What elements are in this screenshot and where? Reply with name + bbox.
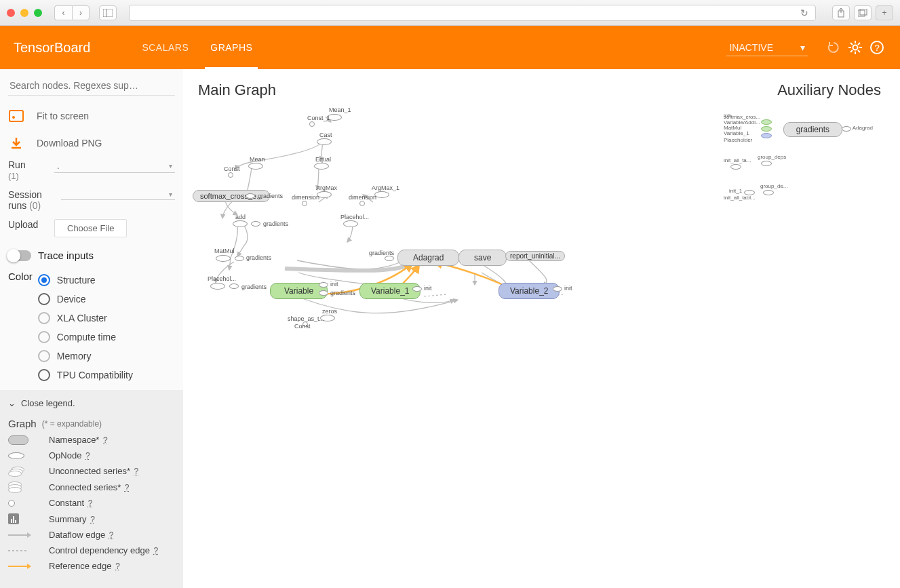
radio-memory[interactable]	[38, 350, 50, 362]
radio-tpu[interactable]	[38, 369, 50, 381]
node-link[interactable]	[235, 256, 244, 261]
node-op[interactable]	[761, 133, 772, 138]
trace-toggle[interactable]	[8, 250, 31, 261]
node-const[interactable]	[302, 201, 307, 206]
close-window-icon[interactable]	[7, 9, 15, 17]
node-link[interactable]	[842, 126, 851, 132]
legend-hint: (* = expandable)	[42, 419, 102, 429]
node-op[interactable]	[761, 119, 772, 125]
session-select[interactable]: ▾	[61, 189, 175, 200]
back-button[interactable]: ‹	[54, 5, 72, 20]
graph-canvas[interactable]: Main Graph Auxiliary Nodes	[183, 69, 900, 588]
node-link[interactable]	[319, 282, 328, 288]
help-link[interactable]: ?	[88, 498, 93, 508]
session-selector: Session runs (0) ▾	[0, 187, 183, 216]
help-link[interactable]: ?	[134, 467, 139, 476]
share-button[interactable]	[832, 5, 850, 20]
aux-gradients[interactable]: gradients	[783, 122, 842, 137]
search-input[interactable]	[8, 76, 175, 96]
help-link[interactable]: ?	[109, 530, 114, 540]
radio-xla[interactable]	[38, 312, 50, 324]
download-png[interactable]: Download PNG	[0, 130, 183, 157]
node-op[interactable]	[343, 220, 358, 227]
svg-rect-4	[860, 9, 867, 15]
node-label: gradients	[258, 193, 283, 199]
fit-to-screen[interactable]: Fit to screen	[0, 102, 183, 130]
connected-icon	[8, 482, 35, 492]
node-op[interactable]	[233, 220, 248, 227]
node-op[interactable]	[314, 163, 329, 170]
node-link[interactable]	[251, 221, 260, 227]
legend-item-label: Connected series*	[49, 482, 121, 492]
help-button[interactable]: ?	[867, 38, 886, 57]
plugin-dropdown[interactable]: INACTIVE ▾	[726, 39, 808, 56]
node-op[interactable]	[763, 190, 774, 195]
node-link[interactable]	[229, 283, 239, 289]
dropdown-label: INACTIVE	[729, 42, 773, 53]
help-link[interactable]: ?	[90, 515, 95, 524]
node-save[interactable]: save	[458, 250, 507, 266]
reload-icon[interactable]: ↻	[800, 7, 808, 18]
node-link[interactable]	[385, 256, 394, 261]
node-op[interactable]	[317, 138, 332, 145]
node-op[interactable]	[730, 164, 741, 170]
radio-compute[interactable]	[38, 331, 50, 343]
legend-item-label: Unconnected series*	[49, 466, 130, 476]
new-tab-button[interactable]: +	[876, 5, 893, 20]
radio-structure[interactable]	[38, 274, 50, 286]
run-select[interactable]: . ▾	[54, 159, 175, 173]
tab-graphs[interactable]: GRAPHS	[199, 26, 263, 69]
sidebar-toggle-button[interactable]	[99, 5, 117, 20]
node-op[interactable]	[210, 283, 225, 290]
session-count: (0)	[29, 200, 41, 211]
main-area: Fit to screen Download PNG Run (1) . ▾ S…	[0, 69, 900, 588]
node-link[interactable]	[319, 290, 328, 296]
node-variable1[interactable]: Variable_1	[359, 283, 420, 299]
node-report[interactable]: report_uninitial...	[505, 251, 565, 261]
settings-button[interactable]	[846, 38, 865, 57]
node-const[interactable]	[309, 121, 315, 127]
refresh-button[interactable]	[824, 38, 843, 57]
node-op[interactable]	[761, 126, 772, 132]
tabs-button[interactable]	[854, 5, 872, 20]
close-legend[interactable]: ⌄ Close legend.	[8, 394, 175, 412]
node-label: gradients	[263, 220, 288, 227]
forward-button[interactable]: ›	[72, 5, 90, 20]
node-const[interactable]	[228, 172, 233, 178]
help-link[interactable]: ?	[125, 483, 130, 492]
radio-device[interactable]	[38, 293, 50, 305]
tab-scalars[interactable]: SCALARS	[131, 26, 199, 69]
header-tabs: SCALARS GRAPHS	[131, 26, 263, 69]
node-variable2[interactable]: Variable_2	[498, 283, 560, 299]
url-bar[interactable]: ↻	[129, 5, 816, 21]
node-op[interactable]	[761, 161, 772, 166]
node-op[interactable]	[374, 191, 389, 198]
node-label: dimension	[292, 194, 319, 201]
help-link[interactable]: ?	[103, 435, 108, 445]
tabs-icon	[858, 9, 867, 17]
node-label: init_1	[729, 188, 742, 194]
svg-line-10	[850, 43, 853, 45]
svg-text:?: ?	[874, 43, 879, 53]
fit-icon	[8, 108, 24, 124]
choose-file-button[interactable]: Choose File	[54, 219, 127, 237]
sidebar: Fit to screen Download PNG Run (1) . ▾ S…	[0, 69, 183, 588]
node-adagrad[interactable]: Adagrad	[397, 250, 459, 266]
node-const[interactable]	[359, 201, 365, 206]
node-link[interactable]	[553, 286, 562, 292]
radio-label: Structure	[57, 275, 96, 286]
help-link[interactable]: ?	[154, 546, 159, 555]
color-label: Color	[8, 271, 33, 380]
node-label: group_deps	[758, 154, 786, 160]
help-link[interactable]: ?	[85, 451, 90, 460]
node-label: ArgMax_1	[372, 184, 399, 191]
zoom-window-icon[interactable]	[34, 9, 42, 17]
app-header: TensorBoard SCALARS GRAPHS INACTIVE ▾ ?	[0, 26, 900, 69]
minimize-window-icon[interactable]	[20, 9, 28, 17]
node-op[interactable]	[216, 255, 231, 262]
node-op[interactable]	[744, 190, 755, 195]
help-link[interactable]: ?	[115, 562, 120, 571]
node-link[interactable]	[246, 193, 255, 199]
node-link[interactable]	[412, 286, 422, 292]
node-op[interactable]	[248, 163, 263, 170]
